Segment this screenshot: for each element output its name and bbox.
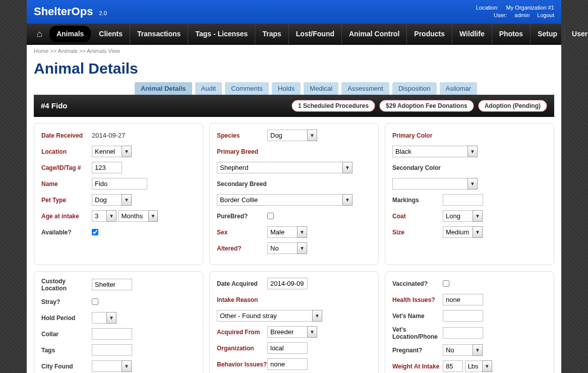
pcolor-select[interactable] (392, 146, 468, 157)
user-link[interactable]: admin (514, 12, 530, 18)
vetloc-input[interactable] (443, 327, 483, 339)
tab-holds[interactable]: Holds (272, 82, 301, 95)
dropdown-icon[interactable]: ▼ (106, 210, 116, 222)
dropdown-icon[interactable]: ▼ (148, 210, 158, 222)
dropdown-icon[interactable]: ▼ (297, 226, 307, 238)
logout-link[interactable]: Logout (537, 12, 554, 18)
pill-donations[interactable]: $29 Adoption Fee Donations (379, 100, 474, 112)
dropdown-icon[interactable]: ▼ (473, 344, 483, 356)
dropdown-icon[interactable]: ▼ (482, 360, 492, 372)
bc-home[interactable]: Home (34, 48, 48, 54)
intake-select[interactable] (217, 310, 313, 322)
acqfrom-select[interactable] (267, 326, 308, 338)
city-select[interactable] (92, 360, 122, 372)
altered-select[interactable] (267, 242, 298, 254)
acquired-input[interactable] (267, 278, 308, 289)
tab-disposition[interactable]: Disposition (392, 82, 437, 95)
behavior-input[interactable] (267, 358, 308, 370)
bc-view[interactable]: Animals View (87, 48, 120, 54)
dropdown-icon[interactable]: ▼ (307, 130, 317, 141)
dropdown-icon[interactable]: ▼ (297, 242, 307, 254)
dropdown-icon[interactable]: ▼ (122, 146, 132, 157)
dropdown-icon[interactable]: ▼ (473, 226, 483, 238)
dropdown-icon[interactable]: ▼ (106, 312, 116, 324)
tab-comments[interactable]: Comments (225, 82, 269, 95)
nav-tags[interactable]: Tags - Licenses (188, 24, 255, 44)
scolor-select[interactable] (392, 178, 468, 190)
bc-animals[interactable]: Animals (58, 48, 78, 54)
available-checkbox[interactable] (92, 229, 98, 235)
lbl-collar: Collar (41, 331, 92, 338)
tab-assessment[interactable]: Assessment (341, 82, 389, 95)
pettype-select[interactable] (92, 194, 122, 206)
weight-unit[interactable] (465, 360, 483, 372)
page-title: Animal Details (34, 60, 554, 77)
org-input[interactable] (267, 342, 308, 354)
weight-input[interactable] (443, 360, 463, 372)
panel-health: Vaccinated? Health Issues? Vet's Name Ve… (385, 271, 554, 373)
nav-animals[interactable]: Animals (49, 26, 91, 42)
nav-wildlife[interactable]: Wildlife (452, 24, 492, 44)
sex-select[interactable] (267, 226, 298, 238)
vacc-checkbox[interactable] (443, 280, 449, 287)
location-select[interactable] (92, 146, 122, 157)
species-select[interactable] (267, 130, 308, 141)
sbreed-select[interactable] (217, 194, 343, 206)
markings-input[interactable] (443, 194, 483, 206)
stray-checkbox[interactable] (92, 298, 98, 305)
dropdown-icon[interactable]: ▼ (473, 210, 483, 222)
top-right: Location: My Organization #1 User: admin… (476, 4, 554, 20)
tab-asilomar[interactable]: Asilomar (440, 82, 478, 95)
tags-input[interactable] (92, 344, 132, 356)
detail-tabs: Animal Details Audit Comments Holds Medi… (135, 82, 554, 95)
dropdown-icon[interactable]: ▼ (467, 178, 478, 190)
dropdown-icon[interactable]: ▼ (342, 194, 352, 206)
name-input[interactable] (92, 178, 147, 190)
lbl-vetloc: Vet's Location/Phone (392, 326, 443, 340)
nav-transactions[interactable]: Transactions (130, 24, 188, 44)
custody-input[interactable] (92, 279, 132, 290)
tab-medical[interactable]: Medical (304, 82, 338, 95)
lbl-intake: Intake Reason (217, 296, 267, 303)
dropdown-icon[interactable]: ▼ (342, 162, 352, 173)
nav-animalcontrol[interactable]: Animal Control (342, 24, 407, 44)
nav-users[interactable]: Users (565, 24, 588, 44)
nav-traps[interactable]: Traps (255, 24, 288, 44)
lbl-coat: Coat (392, 213, 443, 220)
pill-procedures[interactable]: 1 Scheduled Procedures (291, 100, 375, 112)
dropdown-icon[interactable]: ▼ (467, 146, 478, 157)
pill-adoption[interactable]: Adoption (Pending) (478, 100, 547, 112)
dropdown-icon[interactable]: ▼ (312, 310, 322, 322)
tab-audit[interactable]: Audit (195, 82, 222, 95)
nav-setup[interactable]: Setup (531, 24, 565, 44)
nav-lostfound[interactable]: Lost/Found (289, 24, 342, 44)
size-select[interactable] (443, 226, 473, 238)
tab-details[interactable]: Animal Details (135, 82, 192, 95)
panel-color: Primary Color ▼ Secondary Color ▼ Markin… (385, 123, 554, 265)
dropdown-icon[interactable]: ▼ (122, 360, 132, 372)
pbreed-select[interactable] (217, 162, 343, 173)
location-link[interactable]: My Organization #1 (506, 5, 554, 11)
coat-select[interactable] (443, 210, 473, 222)
vet-input[interactable] (443, 310, 483, 322)
nav-clients[interactable]: Clients (92, 24, 130, 44)
lbl-date-received: Date Received (41, 132, 92, 139)
lbl-sex: Sex (217, 229, 267, 236)
cage-input[interactable] (92, 162, 122, 173)
nav-photos[interactable]: Photos (492, 24, 531, 44)
preg-select[interactable] (443, 344, 473, 356)
collar-input[interactable] (92, 328, 132, 340)
health-input[interactable] (443, 294, 483, 305)
version: 2.0 (99, 10, 107, 16)
location-label: Location: (476, 5, 499, 11)
purebred-checkbox[interactable] (267, 213, 274, 219)
age-num[interactable] (92, 210, 107, 222)
home-icon[interactable]: ⌂ (31, 24, 48, 44)
age-unit[interactable] (119, 210, 149, 222)
dropdown-icon[interactable]: ▼ (307, 326, 317, 338)
lbl-custody: Custody Location (41, 278, 92, 292)
dropdown-icon[interactable]: ▼ (122, 194, 132, 206)
lbl-size: Size (392, 229, 443, 236)
nav-products[interactable]: Products (407, 24, 452, 44)
hold-select[interactable] (92, 312, 107, 324)
